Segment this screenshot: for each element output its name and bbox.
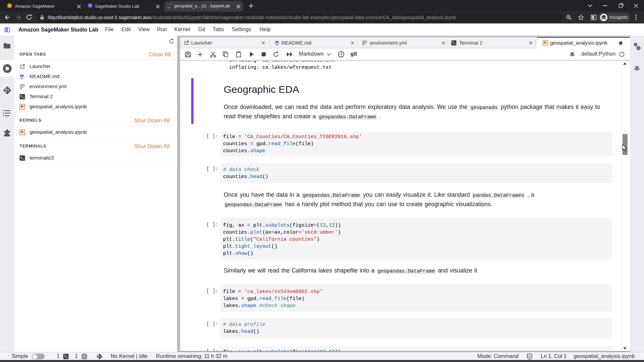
svg-text:$: $ <box>20 95 22 98</box>
svg-text:$: $ <box>64 354 66 357</box>
svg-text:$: $ <box>20 156 22 159</box>
svg-text:$: $ <box>452 41 454 44</box>
